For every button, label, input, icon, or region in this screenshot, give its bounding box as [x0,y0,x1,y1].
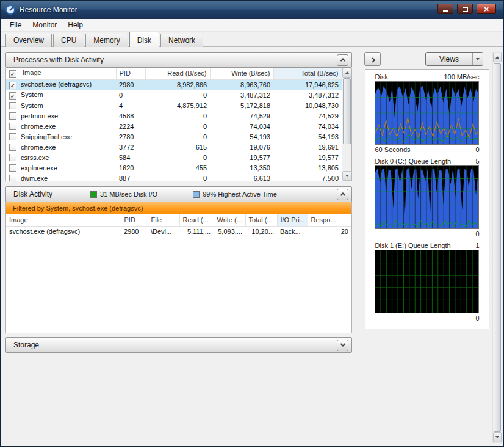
menu-item-monitor[interactable]: Monitor [27,20,62,31]
process-row[interactable]: SnippingTool.exe2780054,19354,193 [6,131,342,142]
column-header-write[interactable]: Write (B/sec) [210,68,273,79]
cell-read: 0 [145,121,210,131]
process-row[interactable]: explorer.exe162045513,35013,805 [6,162,342,173]
column-header-file[interactable]: File [148,214,179,226]
maximize-icon [463,7,468,12]
tab-memory[interactable]: Memory [85,34,128,47]
process-image-name: explorer.exe [21,164,57,172]
tab-network[interactable]: Network [160,34,203,47]
panel-collapse-button[interactable] [364,52,381,66]
process-row[interactable]: dwm.exe88706,6137,500 [6,173,342,181]
scrollbar-thumb[interactable] [343,78,351,144]
column-header-total[interactable]: Total (... [245,214,277,226]
arrow-up-icon [495,56,499,59]
row-checkbox[interactable] [9,112,16,120]
column-header-read[interactable]: Read (... [179,214,214,226]
storage-header[interactable]: Storage [5,337,352,353]
column-header-response[interactable]: Respo... [308,214,351,226]
processes-collapse-button[interactable] [337,54,348,66]
cell-write: 74,034 [210,121,273,131]
row-checkbox[interactable] [9,154,16,161]
cell-image: dwm.exe [6,173,116,181]
process-row[interactable]: System44,875,9125,172,81810,048,730 [6,100,342,111]
window-title: Resource Monitor [20,5,77,14]
disk-graph-min: 0 [475,146,479,153]
cell-write: 19,076 [210,142,273,152]
tab-disk[interactable]: Disk [129,32,159,47]
select-all-checkbox[interactable]: ✓ [9,70,16,78]
disk-activity-row[interactable]: svchost.exe (defragsvc)2980\Devi...5,111… [6,226,351,236]
chevron-down-icon [340,341,345,346]
cell-image: ✓System [6,90,116,100]
process-row[interactable]: chrome.exe377261519,07619,691 [6,142,342,152]
column-header-total[interactable]: Total (B/sec) [273,68,342,79]
process-row[interactable]: ✓svchost.exe (defragsvc)29808,982,8668,9… [6,79,342,90]
column-header-read[interactable]: Read (B/sec) [145,68,210,79]
column-header-image[interactable]: ✓ Image [6,68,116,79]
views-button[interactable]: Views [425,52,483,66]
cell-total: 19,577 [273,152,342,162]
storage-expand-button[interactable] [337,340,348,351]
cell-write: 6,613 [210,173,273,181]
row-checkbox[interactable]: ✓ [9,82,16,89]
process-row[interactable]: chrome.exe2224074,03474,034 [6,121,342,131]
title-bar[interactable]: Resource Monitor × [1,1,503,19]
process-row[interactable]: perfmon.exe4588074,52974,529 [6,111,342,121]
processes-header[interactable]: Processes with Disk Activity [5,52,352,68]
tab-cpu[interactable]: CPU [53,34,84,47]
filter-text: Filtered by System, svchost.exe (defrags… [13,205,143,212]
minimize-button[interactable] [437,4,453,14]
row-checkbox[interactable]: ✓ [9,92,16,100]
row-checkbox[interactable] [9,133,16,140]
tab-overview[interactable]: Overview [5,34,52,47]
column-header-write[interactable]: Write (... [214,214,245,226]
disk-io-legend: 31 MB/sec Disk I/O [90,191,157,198]
process-row[interactable]: csrss.exe584019,57719,577 [6,152,342,162]
views-dropdown-arrow[interactable] [472,53,483,65]
resource-monitor-icon [5,5,15,15]
cell-pid: 3772 [116,142,145,152]
disk1-queue-min: 0 [475,314,479,322]
row-checkbox[interactable] [9,164,16,172]
column-header-pid[interactable]: PID [116,68,145,79]
cell-image: svchost.exe (defragsvc) [6,226,121,236]
row-checkbox[interactable] [9,102,16,109]
cell-image: chrome.exe [6,121,116,131]
column-header-io-priority[interactable]: I/O Pri... [277,214,308,226]
row-checkbox[interactable] [9,123,16,130]
views-button-label[interactable]: Views [426,53,472,65]
cell-io_priority: Back... [277,226,308,236]
scroll-up-button[interactable] [493,53,502,62]
disk0-queue-graph-block: Disk 0 (C:) Queue Length 5 [375,156,480,238]
processes-table: ✓ Image PID Read (B/sec) Write (B/sec) T… [6,68,342,181]
scroll-down-button[interactable] [493,432,502,442]
cell-response: 20 [308,226,351,236]
close-button[interactable]: × [477,4,496,14]
row-checkbox[interactable] [9,144,16,151]
menu-item-help[interactable]: Help [62,20,88,31]
scroll-down-button[interactable] [342,171,351,181]
menu-item-file[interactable]: File [4,20,27,31]
process-row[interactable]: ✓System003,487,3123,487,312 [6,90,342,100]
right-panel-scrollbar[interactable] [492,52,502,443]
disk-graph-block: Disk 100 MB/sec [375,72,480,154]
resource-monitor-window: Resource Monitor × File Monitor Help Ove… [0,0,504,447]
column-header-pid[interactable]: PID [121,214,148,226]
cell-read: 455 [145,162,210,173]
arrow-up-icon [345,71,349,74]
cell-image: csrss.exe [6,152,116,162]
disk1-queue-graph-block: Disk 1 (E:) Queue Length 1 0 [375,241,480,322]
disk-activity-collapse-button[interactable] [337,189,348,200]
row-checkbox[interactable] [9,175,16,182]
filter-bar: Filtered by System, svchost.exe (defrags… [6,202,351,214]
process-image-name: dwm.exe [21,175,48,182]
cell-total: 54,193 [273,131,342,142]
maximize-button[interactable] [457,4,473,14]
scrollbar-thumb[interactable] [494,63,501,432]
disk-activity-header[interactable]: Disk Activity 31 MB/sec Disk I/O 99% Hig… [5,186,352,202]
processes-scrollbar[interactable] [342,68,351,181]
cell-image: System [6,100,116,111]
column-header-image[interactable]: Image [6,214,121,226]
scroll-up-button[interactable] [342,68,351,78]
disk-graph-x-axis: 60 Seconds [375,146,411,153]
